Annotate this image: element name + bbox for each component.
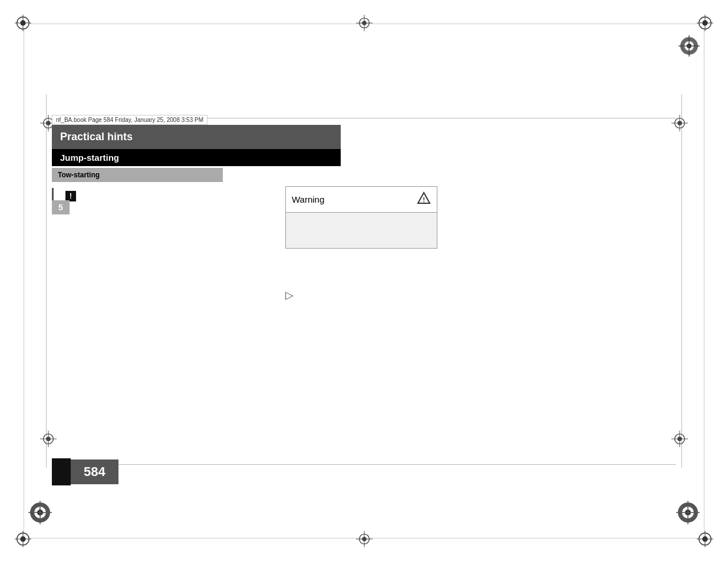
left-content: Tow-starting ! [52, 168, 270, 204]
chapter-title: Practical hints [52, 125, 341, 149]
print-rule-left [24, 29, 24, 533]
page-number: 584 [71, 459, 118, 484]
reg-mark-corner-bl [15, 531, 31, 547]
header-bar: nf_BA.book Page 584 Friday, January 25, … [52, 114, 341, 166]
reg-mark-mid-bottom [356, 531, 373, 547]
reg-mark-corner-tr [697, 15, 713, 31]
reg-mark-inner-br [671, 431, 688, 447]
warning-body [286, 213, 437, 248]
chapter-side-tab [52, 458, 71, 485]
reg-mark-inner-bl [40, 431, 57, 447]
reg-mark-large-tr [678, 35, 700, 59]
warning-box: Warning ! [285, 186, 437, 249]
section-title: Jump-starting [52, 149, 341, 166]
print-rule-right [704, 29, 704, 533]
reg-mark-corner-br [697, 531, 713, 547]
warning-header: Warning ! [286, 187, 437, 213]
page-number-area: 584 [52, 458, 118, 485]
arrow-right-icon: ▷ [285, 289, 294, 302]
left-text-area: ! [52, 188, 270, 204]
warning-triangle-icon: ! [417, 191, 431, 207]
warning-title: Warning [292, 194, 324, 204]
reg-mark-large-br [676, 501, 700, 527]
svg-text:!: ! [423, 196, 425, 203]
reg-mark-large-bl [28, 501, 52, 527]
reg-mark-inner-tr [671, 115, 688, 131]
print-rule-bottom-inner [52, 464, 676, 465]
reg-mark-corner-tl [15, 15, 31, 31]
chapter-number: 5 [52, 200, 70, 214]
print-rule-right-inner [681, 94, 682, 468]
reg-mark-mid-top [356, 15, 373, 31]
print-rule-left-inner [46, 94, 47, 468]
file-info: nf_BA.book Page 584 Friday, January 25, … [52, 115, 207, 125]
subsection-title: Tow-starting [52, 168, 223, 182]
